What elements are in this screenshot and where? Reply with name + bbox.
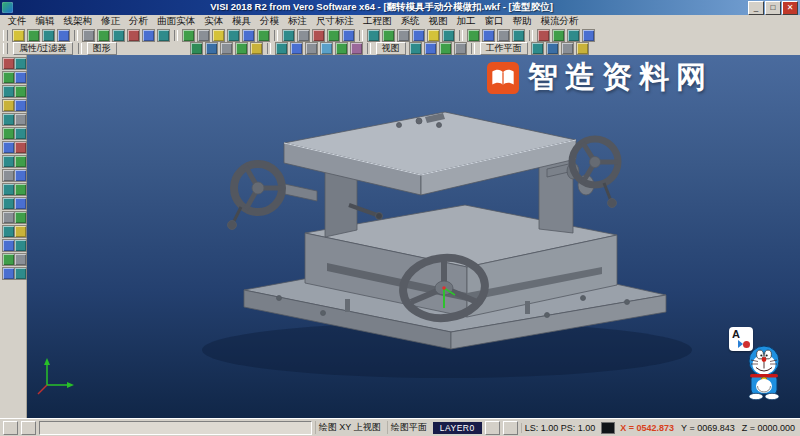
toolbar-icon[interactable] [531, 42, 544, 55]
toolbar-icon[interactable] [57, 29, 70, 42]
sidebar-icon[interactable] [14, 169, 27, 182]
toolbar-group-label[interactable]: 工作平面 [480, 42, 528, 55]
sidebar-icon[interactable] [14, 155, 27, 168]
sidebar-icon[interactable] [14, 239, 27, 252]
toolbar-icon[interactable] [454, 42, 467, 55]
toolbar-icon[interactable] [537, 29, 550, 42]
toolbar-icon[interactable] [350, 42, 363, 55]
toolbar-group-label[interactable]: 属性/过滤器 [13, 42, 73, 55]
sidebar-icon[interactable] [14, 267, 27, 280]
toolbar-group-label[interactable]: 视图 [376, 42, 406, 55]
toolbar-icon[interactable] [242, 29, 255, 42]
status-layer-button[interactable] [485, 421, 500, 435]
toolbar-icon[interactable] [227, 29, 240, 42]
title-bar[interactable]: VISI 2018 R2 from Vero Software x64 - [翻… [0, 0, 800, 15]
sidebar-icon[interactable] [14, 197, 27, 210]
sidebar-icon[interactable] [14, 183, 27, 196]
menu-item[interactable]: 系统 [396, 15, 424, 28]
toolbar-icon[interactable] [397, 29, 410, 42]
toolbar-icon[interactable] [27, 29, 40, 42]
minimize-button[interactable]: _ [748, 1, 764, 15]
menu-item[interactable]: 尺寸标注 [312, 15, 359, 28]
toolbar-icon[interactable] [157, 29, 170, 42]
toolbar-icon[interactable] [567, 29, 580, 42]
toolbar-icon[interactable] [482, 29, 495, 42]
toolbar-icon[interactable] [552, 29, 565, 42]
toolbar-icon[interactable] [12, 29, 25, 42]
toolbar-icon[interactable] [235, 42, 248, 55]
toolbar-icon[interactable] [409, 42, 422, 55]
sidebar-icon[interactable] [14, 225, 27, 238]
menu-item[interactable]: 曲面实体 [153, 15, 200, 28]
menu-item[interactable]: 模具 [228, 15, 256, 28]
sidebar-icon[interactable] [14, 71, 27, 84]
toolbar-icon[interactable] [427, 29, 440, 42]
toolbar-icon[interactable] [327, 29, 340, 42]
toolbar-group-label[interactable]: 图形 [87, 42, 117, 55]
menu-item[interactable]: 加工 [452, 15, 480, 28]
toolbar-icon[interactable] [342, 29, 355, 42]
status-plane-label[interactable]: 绘图平面 [387, 421, 430, 434]
menu-item[interactable]: 编辑 [31, 15, 59, 28]
close-button[interactable]: ✕ [782, 1, 798, 15]
toolbar-icon[interactable] [112, 29, 125, 42]
status-view-label[interactable]: 绘图 XY 上视图 [315, 421, 384, 434]
toolbar-icon[interactable] [442, 29, 455, 42]
toolbar-icon[interactable] [257, 29, 270, 42]
toolbar-icon[interactable] [197, 29, 210, 42]
status-attr-button[interactable] [503, 421, 518, 435]
toolbar-icon[interactable] [312, 29, 325, 42]
menu-item[interactable]: 工程图 [359, 15, 397, 28]
toolbar-icon[interactable] [382, 29, 395, 42]
toolbar-icon[interactable] [220, 42, 233, 55]
toolbar-icon[interactable] [297, 29, 310, 42]
toolbar-grip[interactable] [3, 43, 8, 54]
menu-item[interactable]: 文件 [3, 15, 31, 28]
menu-item[interactable]: 线架构 [59, 15, 97, 28]
toolbar-icon[interactable] [205, 42, 218, 55]
menu-item[interactable]: 窗口 [480, 15, 508, 28]
menu-item[interactable]: 模流分析 [536, 15, 583, 28]
toolbar-icon[interactable] [97, 29, 110, 42]
status-layer-badge[interactable]: LAYER0 [433, 422, 482, 434]
toolbar-icon[interactable] [561, 42, 574, 55]
toolbar-icon[interactable] [335, 42, 348, 55]
toolbar-icon[interactable] [212, 29, 225, 42]
sidebar-icon[interactable] [14, 113, 27, 126]
toolbar-icon[interactable] [250, 42, 263, 55]
toolbar-icon[interactable] [512, 29, 525, 42]
toolbar-icon[interactable] [127, 29, 140, 42]
sidebar-icon[interactable] [14, 211, 27, 224]
sidebar-icon[interactable] [14, 141, 27, 154]
toolbar-icon[interactable] [497, 29, 510, 42]
toolbar-icon[interactable] [282, 29, 295, 42]
toolbar-icon[interactable] [82, 29, 95, 42]
menu-item[interactable]: 分析 [125, 15, 153, 28]
sidebar-icon[interactable] [14, 57, 27, 70]
toolbar-icon[interactable] [42, 29, 55, 42]
status-grid-button[interactable] [21, 421, 36, 435]
toolbar-icon[interactable] [142, 29, 155, 42]
menu-item[interactable]: 帮助 [508, 15, 536, 28]
toolbar-icon[interactable] [424, 42, 437, 55]
menu-item[interactable]: 实体 [200, 15, 228, 28]
toolbar-icon[interactable] [576, 42, 589, 55]
toolbar-icon[interactable] [305, 42, 318, 55]
toolbar-icon[interactable] [367, 29, 380, 42]
3d-viewport[interactable]: 智造资料网 A [27, 55, 800, 419]
menu-item[interactable]: 标注 [284, 15, 312, 28]
toolbar-icon[interactable] [412, 29, 425, 42]
menu-item[interactable]: 修正 [97, 15, 125, 28]
toolbar-icon[interactable] [190, 42, 203, 55]
toolbar-icon[interactable] [290, 42, 303, 55]
toolbar-icon[interactable] [582, 29, 595, 42]
status-color-swatch[interactable] [601, 422, 615, 434]
sidebar-icon[interactable] [14, 99, 27, 112]
maximize-button[interactable]: □ [765, 1, 781, 15]
sidebar-icon[interactable] [14, 127, 27, 140]
sidebar-icon[interactable] [14, 253, 27, 266]
menu-item[interactable]: 视图 [424, 15, 452, 28]
toolbar-icon[interactable] [320, 42, 333, 55]
sidebar-icon[interactable] [14, 85, 27, 98]
toolbar-icon[interactable] [467, 29, 480, 42]
